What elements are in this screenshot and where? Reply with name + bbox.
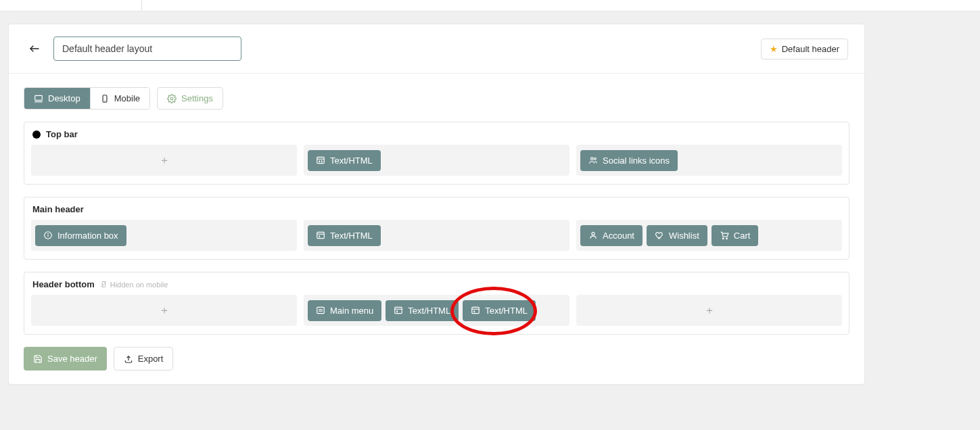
export-label: Export bbox=[138, 354, 164, 364]
code-box-icon bbox=[316, 231, 325, 240]
export-button[interactable]: Export bbox=[114, 347, 174, 371]
svg-point-16 bbox=[48, 233, 49, 234]
gear-icon bbox=[167, 94, 177, 103]
svg-rect-26 bbox=[317, 307, 325, 313]
section-headerbottom-title-row: Header bottom Hidden on mobile bbox=[31, 279, 842, 289]
svg-rect-6 bbox=[317, 157, 325, 163]
plus-icon: ＋ bbox=[159, 305, 170, 316]
block-text-html-highlighted[interactable]: Text/HTML bbox=[463, 300, 536, 321]
desktop-icon bbox=[34, 94, 43, 103]
section-mainheader-title: Main header bbox=[32, 204, 84, 214]
builder-header-left bbox=[25, 37, 241, 61]
block-text-html[interactable]: Text/HTML bbox=[308, 150, 381, 171]
svg-rect-17 bbox=[317, 232, 325, 238]
save-header-button[interactable]: Save header bbox=[24, 347, 107, 371]
svg-point-23 bbox=[726, 238, 727, 239]
svg-point-5 bbox=[170, 97, 173, 100]
users-icon bbox=[588, 156, 598, 165]
tab-mobile-label: Mobile bbox=[114, 93, 140, 103]
section-topbar-title: Top bar bbox=[46, 129, 78, 139]
mainheader-zone-left[interactable]: Information box bbox=[31, 220, 297, 251]
save-icon bbox=[33, 354, 43, 364]
code-box-icon bbox=[394, 306, 403, 315]
svg-point-13 bbox=[594, 158, 596, 160]
default-header-button[interactable]: ★ Default header bbox=[761, 39, 848, 59]
headerbottom-zone-center[interactable]: Main menu Text/HTML Text/HTML bbox=[304, 295, 569, 326]
mainheader-zones: Information box Text/HTML Account bbox=[31, 220, 842, 251]
plus-icon: ＋ bbox=[159, 155, 170, 166]
hidden-on-mobile-label: Hidden on mobile bbox=[110, 281, 168, 289]
plus-icon: ＋ bbox=[704, 305, 715, 316]
cart-icon bbox=[720, 231, 729, 240]
block-label: Text/HTML bbox=[330, 156, 373, 166]
topbar-zone-left[interactable]: ＋ bbox=[31, 145, 297, 176]
headerbottom-zone-left[interactable]: ＋ bbox=[31, 295, 297, 326]
save-header-label: Save header bbox=[47, 354, 97, 364]
default-header-label: Default header bbox=[782, 44, 839, 54]
block-label: Social links icons bbox=[603, 156, 670, 166]
svg-point-21 bbox=[592, 233, 594, 235]
section-headerbottom: Header bottom Hidden on mobile ＋ Main me… bbox=[24, 272, 849, 335]
star-icon: ★ bbox=[770, 44, 778, 54]
info-icon bbox=[43, 231, 53, 240]
view-switch-row: Desktop Mobile Settings bbox=[24, 87, 849, 110]
block-label: Information box bbox=[57, 231, 118, 241]
export-icon bbox=[124, 354, 133, 364]
block-label: Text/HTML bbox=[330, 231, 373, 241]
builder-canvas: ★ Default header Desktop Mobile Settings bbox=[8, 24, 865, 385]
block-label: Account bbox=[603, 231, 634, 241]
block-wishlist[interactable]: Wishlist bbox=[647, 225, 707, 246]
arrow-left-icon bbox=[29, 43, 40, 54]
topbar-zones: ＋ Text/HTML Social links icons bbox=[31, 145, 842, 176]
svg-rect-33 bbox=[472, 307, 480, 313]
block-label: Text/HTML bbox=[485, 306, 528, 316]
settings-button[interactable]: Settings bbox=[157, 87, 223, 110]
device-segmented: Desktop Mobile bbox=[24, 87, 150, 110]
block-label: Wishlist bbox=[669, 231, 699, 241]
tab-desktop-label: Desktop bbox=[48, 93, 80, 103]
block-label: Main menu bbox=[330, 306, 373, 316]
menu-box-icon bbox=[316, 306, 325, 315]
mobile-icon bbox=[100, 94, 110, 103]
block-account[interactable]: Account bbox=[580, 225, 643, 246]
hidden-on-mobile-tag: Hidden on mobile bbox=[100, 281, 168, 289]
block-text-html[interactable]: Text/HTML bbox=[308, 225, 381, 246]
block-text-html[interactable]: Text/HTML bbox=[386, 300, 459, 321]
block-text-html-highlighted-wrap: Text/HTML bbox=[463, 300, 536, 321]
code-box-icon bbox=[471, 306, 480, 315]
section-topbar: Top bar ＋ Text/HTML Social links icons bbox=[24, 122, 849, 185]
topbar-zone-center[interactable]: Text/HTML bbox=[304, 145, 569, 176]
mainheader-zone-right[interactable]: Account Wishlist Cart bbox=[576, 220, 842, 251]
tab-mobile[interactable]: Mobile bbox=[90, 88, 149, 109]
mainheader-zone-center[interactable]: Text/HTML bbox=[304, 220, 569, 251]
code-box-icon bbox=[316, 156, 325, 165]
builder-footer: Save header Export bbox=[24, 347, 849, 371]
headerbottom-zones: ＋ Main menu Text/HTML Text/HTML bbox=[31, 295, 842, 326]
section-mainheader: Main header Information box Text/HTML bbox=[24, 197, 849, 260]
block-label: Cart bbox=[734, 231, 751, 241]
svg-point-12 bbox=[591, 158, 594, 160]
topbar-zone-right[interactable]: Social links icons bbox=[576, 145, 842, 176]
app-topstrip bbox=[0, 0, 980, 11]
dot-icon bbox=[32, 130, 41, 139]
headerbottom-zone-right[interactable]: ＋ bbox=[576, 295, 842, 326]
section-mainheader-title-row: Main header bbox=[31, 204, 842, 214]
section-headerbottom-title: Header bottom bbox=[32, 279, 95, 289]
block-main-menu[interactable]: Main menu bbox=[308, 300, 381, 321]
svg-rect-29 bbox=[395, 307, 402, 313]
tab-desktop[interactable]: Desktop bbox=[24, 88, 90, 109]
block-label: Text/HTML bbox=[408, 306, 450, 316]
user-icon bbox=[588, 231, 598, 240]
mobile-off-icon bbox=[100, 281, 108, 288]
block-social-links[interactable]: Social links icons bbox=[580, 150, 678, 171]
builder-body: Desktop Mobile Settings Top bar ＋ bbox=[9, 74, 864, 384]
block-information-box[interactable]: Information box bbox=[35, 225, 126, 246]
heart-icon bbox=[655, 231, 664, 240]
layout-title-input[interactable] bbox=[53, 37, 241, 61]
back-arrow-button[interactable] bbox=[25, 41, 44, 57]
section-topbar-title-row: Top bar bbox=[31, 129, 842, 139]
svg-point-22 bbox=[722, 238, 724, 239]
block-cart[interactable]: Cart bbox=[711, 225, 759, 246]
settings-label: Settings bbox=[181, 93, 213, 103]
builder-header: ★ Default header bbox=[9, 24, 864, 74]
